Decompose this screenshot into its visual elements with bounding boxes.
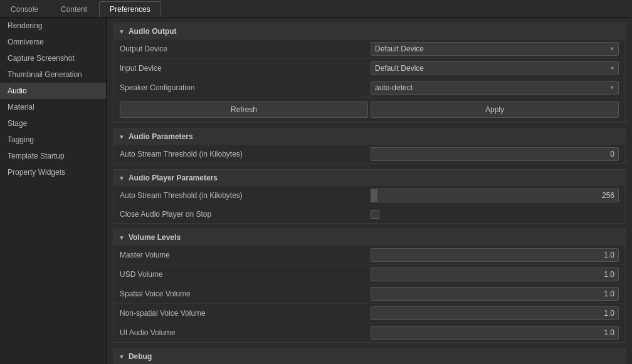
sidebar-item-template-startup[interactable]: Template Startup (0, 148, 106, 164)
audio-output-collapse-icon: ▼ (118, 28, 125, 35)
close-audio-player-label: Close Audio Player on Stop (120, 210, 371, 219)
nonspatial-voice-volume-label: Non-spatial Voice Volume (120, 309, 371, 318)
player-auto-stream-slider-handle[interactable] (371, 189, 377, 202)
close-audio-player-row: Close Audio Player on Stop (113, 205, 625, 223)
tab-preferences[interactable]: Preferences (99, 1, 161, 17)
speaker-config-control: auto-detect (371, 81, 619, 95)
sidebar-item-capture-screenshot[interactable]: Capture Screenshot (0, 50, 106, 66)
sidebar-item-stage[interactable]: Stage (0, 115, 106, 132)
apply-button[interactable]: Apply (371, 101, 619, 118)
input-device-select[interactable]: Default Device (371, 61, 619, 75)
spatial-voice-volume-input[interactable] (371, 287, 619, 301)
master-volume-label: Master Volume (120, 251, 371, 259)
input-device-control: Default Device (371, 61, 619, 75)
debug-header[interactable]: ▼ Debug (113, 348, 625, 364)
audio-output-title: Audio Output (129, 27, 177, 36)
debug-collapse-icon: ▼ (118, 353, 125, 360)
output-device-control: Default Device (371, 42, 619, 56)
input-device-dropdown-wrapper: Default Device (371, 61, 619, 75)
close-audio-player-control (371, 210, 619, 219)
content-area: ▼ Audio Output Output Device Default Dev… (107, 18, 632, 364)
volume-levels-header[interactable]: ▼ Volume Levels (113, 229, 625, 246)
input-device-row: Input Device Default Device (113, 59, 625, 78)
master-volume-row: Master Volume (113, 246, 625, 265)
sidebar-item-rendering[interactable]: Rendering (0, 18, 106, 34)
audio-parameters-collapse-icon: ▼ (118, 133, 125, 140)
ui-audio-volume-control (371, 326, 619, 340)
speaker-config-select[interactable]: auto-detect (371, 81, 619, 95)
sidebar-item-property-widgets[interactable]: Property Widgets (0, 164, 106, 180)
audio-param-auto-stream-row: Auto Stream Threshold (in Kilobytes) (113, 145, 625, 164)
debug-title: Debug (129, 352, 152, 361)
speaker-config-dropdown-wrapper: auto-detect (371, 81, 619, 95)
master-volume-control (371, 248, 619, 262)
audio-player-parameters-collapse-icon: ▼ (118, 175, 125, 182)
nonspatial-voice-volume-input[interactable] (371, 306, 619, 320)
master-volume-input[interactable] (371, 248, 619, 262)
speaker-config-row: Speaker Configuration auto-detect (113, 78, 625, 98)
nonspatial-voice-volume-control (371, 306, 619, 320)
ui-audio-volume-input[interactable] (371, 326, 619, 340)
audio-player-parameters-title: Audio Player Parameters (129, 174, 218, 182)
audio-param-auto-stream-input[interactable] (371, 147, 619, 161)
audio-param-auto-stream-control (371, 147, 619, 161)
player-auto-stream-slider-wrapper (371, 189, 619, 202)
audio-parameters-title: Audio Parameters (129, 132, 193, 141)
sidebar: Rendering Omniverse Capture Screenshot T… (0, 18, 107, 364)
output-device-select[interactable]: Default Device (371, 42, 619, 56)
spatial-voice-volume-row: Spatial Voice Volume (113, 284, 625, 304)
usd-volume-input[interactable] (371, 268, 619, 281)
audio-output-section: ▼ Audio Output Output Device Default Dev… (113, 23, 626, 123)
audio-output-header[interactable]: ▼ Audio Output (113, 23, 625, 39)
input-device-label: Input Device (120, 64, 371, 73)
close-audio-player-checkbox[interactable] (371, 210, 379, 219)
sidebar-item-audio[interactable]: Audio (0, 83, 106, 99)
player-auto-stream-number-input[interactable] (377, 189, 619, 202)
audio-player-parameters-section: ▼ Audio Player Parameters Auto Stream Th… (113, 169, 626, 224)
speaker-config-label: Speaker Configuration (120, 83, 371, 92)
sidebar-item-omniverse[interactable]: Omniverse (0, 34, 106, 50)
usd-volume-label: USD Volume (120, 270, 371, 279)
output-device-row: Output Device Default Device (113, 39, 625, 59)
volume-levels-collapse-icon: ▼ (118, 234, 125, 241)
output-device-label: Output Device (120, 44, 371, 53)
ui-audio-volume-label: UI Audio Volume (120, 328, 371, 337)
spatial-voice-volume-label: Spatial Voice Volume (120, 289, 371, 298)
sidebar-item-tagging[interactable]: Tagging (0, 132, 106, 148)
ui-audio-volume-row: UI Audio Volume (113, 323, 625, 342)
tab-content[interactable]: Content (50, 1, 98, 17)
output-device-dropdown-wrapper: Default Device (371, 42, 619, 56)
player-auto-stream-row: Auto Stream Threshold (in Kilobytes) (113, 186, 625, 205)
refresh-apply-row: Refresh Apply (113, 98, 625, 122)
volume-levels-section: ▼ Volume Levels Master Volume USD Volume… (113, 229, 626, 343)
audio-parameters-header[interactable]: ▼ Audio Parameters (113, 128, 625, 145)
audio-parameters-section: ▼ Audio Parameters Auto Stream Threshold… (113, 128, 626, 164)
audio-param-auto-stream-label: Auto Stream Threshold (in Kilobytes) (120, 150, 371, 159)
player-auto-stream-label: Auto Stream Threshold (in Kilobytes) (120, 191, 371, 200)
player-auto-stream-control (371, 189, 619, 202)
nonspatial-voice-volume-row: Non-spatial Voice Volume (113, 304, 625, 323)
tab-console[interactable]: Console (0, 1, 49, 17)
debug-section: ▼ Debug Stream Dump Filename 📁 Enable St… (113, 348, 626, 364)
tab-bar: Console Content Preferences (0, 0, 632, 18)
usd-volume-control (371, 268, 619, 281)
usd-volume-row: USD Volume (113, 265, 625, 284)
refresh-button[interactable]: Refresh (120, 101, 368, 118)
sidebar-item-thumbnail-generation[interactable]: Thumbnail Generation (0, 66, 106, 83)
volume-levels-title: Volume Levels (129, 233, 181, 242)
sidebar-item-material[interactable]: Material (0, 99, 106, 115)
spatial-voice-volume-control (371, 287, 619, 301)
main-layout: Rendering Omniverse Capture Screenshot T… (0, 18, 632, 364)
audio-player-parameters-header[interactable]: ▼ Audio Player Parameters (113, 170, 625, 186)
